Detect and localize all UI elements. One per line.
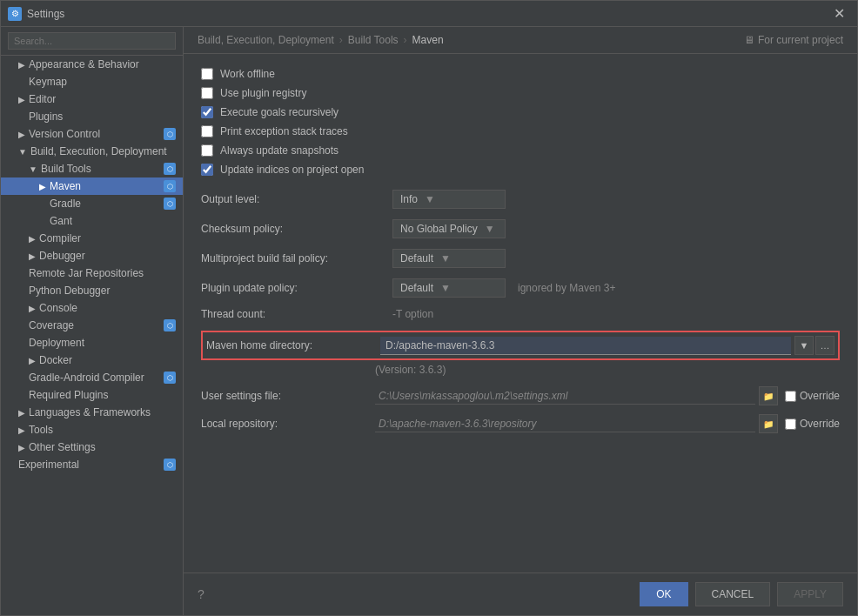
- maven-home-input[interactable]: [380, 337, 791, 355]
- user-settings-row: User settings file: 📁 Override: [201, 386, 840, 405]
- checksum-policy-selected: No Global Policy: [400, 223, 478, 235]
- sidebar-item-python-debugger[interactable]: Python Debugger: [1, 282, 183, 299]
- expand-arrow: ▶: [18, 60, 25, 70]
- dropdown-arrow-icon: ▼: [485, 223, 495, 235]
- checksum-policy-label: Checksum policy:: [201, 223, 392, 235]
- sidebar-item-editor[interactable]: ▶ Editor: [1, 90, 183, 108]
- output-level-dropdown[interactable]: Info ▼: [392, 190, 506, 209]
- cancel-button[interactable]: CANCEL: [695, 582, 771, 606]
- sidebar-item-label: Console: [39, 302, 77, 314]
- maven-version: (Version: 3.6.3): [201, 364, 840, 376]
- sidebar-item-label: Build Tools: [41, 163, 91, 175]
- project-icon: 🖥: [744, 34, 754, 46]
- sidebar-item-other-settings[interactable]: ▶ Other Settings: [1, 439, 183, 456]
- expand-arrow: ▼: [29, 164, 37, 174]
- sidebar-item-languages[interactable]: ▶ Languages & Frameworks: [1, 404, 183, 421]
- sidebar: ▶ Appearance & Behavior Keymap ▶ Editor …: [1, 27, 184, 615]
- plugin-update-dropdown[interactable]: Default ▼: [392, 278, 506, 298]
- breadcrumb-separator: ›: [339, 34, 343, 46]
- sidebar-item-label: Compiler: [39, 232, 81, 244]
- sidebar-item-gradle-android[interactable]: Gradle-Android Compiler ⬡: [1, 369, 183, 386]
- multiproject-fail-row: Multiproject build fail policy: Default …: [201, 249, 840, 268]
- for-project-label: For current project: [758, 34, 843, 46]
- badge-icon: ⬡: [164, 372, 176, 384]
- sidebar-item-version-control[interactable]: ▶ Version Control ⬡: [1, 125, 183, 143]
- sidebar-item-debugger[interactable]: ▶ Debugger: [1, 247, 183, 264]
- local-repo-override: Override: [785, 418, 840, 430]
- sidebar-item-maven[interactable]: ▶ Maven ⬡: [1, 177, 183, 195]
- sidebar-item-required-plugins[interactable]: Required Plugins: [1, 386, 183, 404]
- close-button[interactable]: ✕: [828, 3, 850, 23]
- local-repo-override-checkbox[interactable]: [785, 418, 796, 430]
- update-indices-row: Update indices on project open: [201, 164, 840, 176]
- always-update-label: Always update snapshots: [220, 144, 339, 157]
- user-settings-browse-btn[interactable]: 📁: [759, 386, 778, 405]
- local-repo-browse-btn[interactable]: 📁: [759, 414, 778, 433]
- thread-count-row: Thread count: -T option: [201, 308, 840, 320]
- window-icon: ⚙: [8, 7, 22, 21]
- work-offline-checkbox[interactable]: [201, 68, 213, 80]
- sidebar-item-plugins[interactable]: Plugins: [1, 108, 183, 125]
- sidebar-item-label: Languages & Frameworks: [29, 406, 151, 418]
- sidebar-item-compiler[interactable]: ▶ Compiler: [1, 230, 183, 247]
- sidebar-item-appearance[interactable]: ▶ Appearance & Behavior: [1, 56, 183, 73]
- sidebar-item-deployment[interactable]: Deployment: [1, 334, 183, 352]
- expand-arrow: ▼: [18, 147, 27, 157]
- output-level-row: Output level: Info ▼: [201, 190, 840, 209]
- sidebar-item-label: Docker: [39, 354, 72, 366]
- multiproject-fail-dropdown[interactable]: Default ▼: [392, 249, 506, 268]
- dropdown-arrow-icon: ▼: [440, 252, 451, 264]
- sidebar-item-tools[interactable]: ▶ Tools: [1, 421, 183, 439]
- badge-icon: ⬡: [164, 198, 176, 210]
- local-repo-override-label: Override: [800, 418, 840, 430]
- help-button[interactable]: ?: [198, 587, 204, 601]
- update-indices-checkbox[interactable]: [201, 164, 213, 176]
- expand-arrow: ▶: [29, 251, 36, 261]
- sidebar-item-coverage[interactable]: Coverage ⬡: [1, 317, 183, 334]
- breadcrumb-separator: ›: [404, 34, 407, 46]
- user-settings-override: Override: [785, 390, 840, 402]
- sidebar-item-build-tools[interactable]: ▼ Build Tools ⬡: [1, 160, 183, 177]
- search-input[interactable]: [8, 32, 176, 50]
- execute-goals-checkbox[interactable]: [201, 106, 213, 118]
- sidebar-item-label: Coverage: [29, 319, 74, 331]
- use-plugin-label: Use plugin registry: [220, 87, 306, 99]
- sidebar-item-gradle[interactable]: Gradle ⬡: [1, 195, 183, 212]
- print-exception-checkbox[interactable]: [201, 125, 213, 137]
- work-offline-label: Work offline: [220, 68, 275, 80]
- maven-home-dropdown-btn[interactable]: ▼: [794, 336, 814, 355]
- content-panel: Build, Execution, Deployment › Build Too…: [184, 27, 857, 615]
- sidebar-item-experimental[interactable]: Experimental ⬡: [1, 456, 183, 473]
- sidebar-item-gant[interactable]: Gant: [1, 212, 183, 230]
- always-update-row: Always update snapshots: [201, 144, 840, 157]
- sidebar-item-remote-jar[interactable]: Remote Jar Repositories: [1, 264, 183, 282]
- use-plugin-registry-checkbox[interactable]: [201, 87, 213, 99]
- button-bar: ? OK CANCEL APPLY: [184, 572, 857, 615]
- user-settings-label: User settings file:: [201, 390, 375, 402]
- breadcrumb: Build, Execution, Deployment › Build Too…: [184, 27, 857, 54]
- sidebar-item-console[interactable]: ▶ Console: [1, 299, 183, 317]
- user-settings-override-checkbox[interactable]: [785, 391, 796, 402]
- checksum-policy-dropdown[interactable]: No Global Policy ▼: [392, 219, 506, 238]
- sidebar-item-keymap[interactable]: Keymap: [1, 73, 183, 90]
- expand-arrow: ▶: [29, 356, 36, 365]
- user-settings-input[interactable]: [375, 388, 755, 405]
- local-repo-row: Local repository: 📁 Override: [201, 414, 840, 433]
- always-update-checkbox[interactable]: [201, 144, 213, 157]
- sidebar-item-docker[interactable]: ▶ Docker: [1, 352, 183, 369]
- print-exception-label: Print exception stack traces: [220, 125, 348, 137]
- title-bar: ⚙ Settings ✕: [1, 1, 857, 27]
- apply-button[interactable]: APPLY: [777, 582, 843, 606]
- for-project-indicator: 🖥 For current project: [744, 34, 843, 46]
- plugin-update-row: Plugin update policy: Default ▼ ignored …: [201, 278, 840, 298]
- ok-button[interactable]: OK: [640, 582, 687, 606]
- maven-home-browse-btn[interactable]: …: [815, 336, 835, 355]
- sidebar-item-label: Tools: [29, 424, 53, 436]
- sidebar-item-label: Python Debugger: [29, 285, 110, 297]
- maven-home-row: Maven home directory: ▼ …: [201, 331, 840, 360]
- local-repo-input[interactable]: [375, 416, 755, 432]
- sidebar-item-build-exec[interactable]: ▼ Build, Execution, Deployment: [1, 143, 183, 160]
- sidebar-item-label: Required Plugins: [29, 389, 108, 401]
- badge-icon: ⬡: [164, 459, 176, 471]
- output-level-selected: Info: [400, 193, 418, 205]
